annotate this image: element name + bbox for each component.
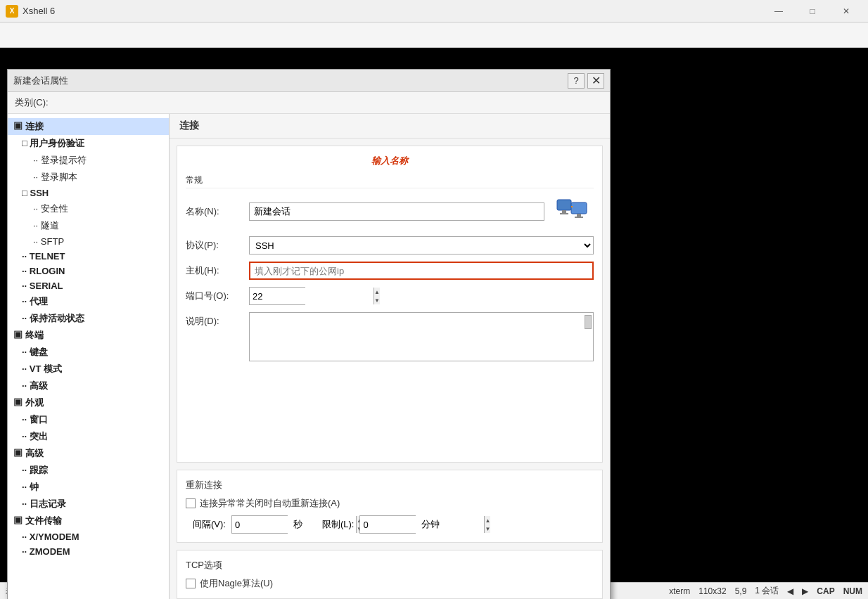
limit-label: 限制(L):	[322, 518, 355, 531]
tree-label-advanced2: ▣ 高级	[13, 447, 44, 460]
port-decrement-button[interactable]: ▼	[374, 296, 380, 304]
name-input[interactable]	[249, 202, 544, 221]
port-label: 端口号(O):	[186, 290, 249, 302]
tree-item-security[interactable]: ·· 安全性	[8, 200, 169, 217]
tree-label-vt-mode: ·· VT 模式	[22, 363, 62, 375]
tree-item-advanced[interactable]: ·· 高级	[8, 378, 169, 394]
tree-item-keepalive[interactable]: ·· 保持活动状态	[8, 310, 169, 327]
nagle-label: 使用Nagle算法(U)	[200, 577, 273, 590]
tree-label-zmodem: ·· ZMODEM	[22, 546, 70, 557]
desc-textarea[interactable]	[249, 312, 594, 361]
limit-unit: 分钟	[421, 518, 440, 531]
tree-label-tunnel: ·· 隧道	[33, 219, 59, 232]
nav-left-icon[interactable]: ◀	[787, 586, 793, 596]
tree-item-login-script[interactable]: ·· 登录脚本	[8, 169, 169, 186]
nav-right-icon[interactable]: ▶	[802, 586, 808, 596]
tree-label-sftp: ·· SFTP	[33, 236, 64, 247]
tree-item-xymodem[interactable]: ·· X/YMODEM	[8, 529, 169, 544]
tree-item-zmodem[interactable]: ·· ZMODEM	[8, 544, 169, 559]
tree-item-ssh[interactable]: □ SSH	[8, 186, 169, 200]
tree-item-login-prompt[interactable]: ·· 登录提示符	[8, 152, 169, 169]
tree-label-serial: ·· SERIAL	[22, 281, 63, 291]
tree-label-trace: ·· 跟踪	[22, 464, 48, 477]
app-close-button[interactable]: ✕	[830, 0, 862, 22]
tree-item-file-transfer[interactable]: ▣ 文件传输	[8, 513, 169, 529]
desc-row: 说明(D):	[186, 312, 594, 363]
tree-label-login-script: ·· 登录脚本	[33, 171, 77, 183]
protocol-select[interactable]: SSH TELNET RLOGIN SERIAL SFTP	[249, 236, 594, 255]
name-label: 名称(N):	[186, 205, 249, 218]
tree-item-telnet[interactable]: ·· TELNET	[8, 249, 169, 264]
reconnect-checkbox[interactable]	[186, 498, 196, 508]
tree-item-advanced2[interactable]: ▣ 高级	[8, 445, 169, 462]
tree-item-vt-mode[interactable]: ·· VT 模式	[8, 361, 169, 378]
cap-indicator: CAP	[817, 586, 834, 596]
tree-item-proxy[interactable]: ·· 代理	[8, 293, 169, 310]
svg-rect-2	[560, 213, 568, 214]
tree-item-trace[interactable]: ·· 跟踪	[8, 462, 169, 479]
tree-item-connection[interactable]: ▣ 连接	[8, 118, 169, 135]
name-row: 名称(N):	[186, 194, 594, 229]
tree-item-window[interactable]: ·· 窗口	[8, 411, 169, 428]
app-title: Xshell 6	[23, 6, 762, 16]
nagle-checkbox-item: 使用Nagle算法(U)	[186, 577, 594, 590]
maximize-button[interactable]: □	[796, 0, 829, 22]
main-form-area: 输入名称 常规 名称(N):	[177, 146, 603, 463]
port-increment-button[interactable]: ▲	[374, 288, 380, 296]
tree-item-user-auth[interactable]: □ 用户身份验证	[8, 135, 169, 152]
reconnect-checkbox-row: 连接异常常关闭时自动重新连接(A)	[186, 497, 594, 510]
tree-item-appearance[interactable]: ▣ 外观	[8, 394, 169, 411]
window-controls: — □ ✕	[762, 0, 862, 22]
svg-rect-1	[562, 210, 566, 213]
category-bar: 类别(C):	[8, 92, 610, 114]
general-subsection: 常规	[186, 174, 594, 188]
tree-label-telnet: ·· TELNET	[22, 251, 65, 262]
tree-item-keyboard[interactable]: ·· 键盘	[8, 344, 169, 361]
host-input[interactable]	[249, 262, 594, 280]
tree-label-keyboard: ·· 键盘	[22, 346, 48, 359]
tree-item-highlight[interactable]: ·· 突出	[8, 428, 169, 445]
limit-decrement-button[interactable]: ▼	[485, 524, 490, 533]
tree-item-sftp[interactable]: ·· SFTP	[8, 234, 169, 249]
content-panel: 连接 输入名称 常规 名称(N):	[170, 114, 610, 599]
desc-label: 说明(D):	[186, 312, 249, 328]
tree-label-user-auth: □ 用户身份验证	[22, 137, 84, 150]
dialog-body: ▣ 连接□ 用户身份验证·· 登录提示符·· 登录脚本□ SSH·· 安全性··…	[8, 114, 610, 599]
app-icon: X	[6, 5, 18, 18]
tcp-section: TCP选项 使用Nagle算法(U)	[177, 550, 603, 599]
nagle-checkbox[interactable]	[186, 579, 196, 588]
tree-item-rlogin[interactable]: ·· RLOGIN	[8, 264, 169, 278]
minimize-button[interactable]: —	[762, 0, 795, 22]
tree-item-terminal[interactable]: ▣ 终端	[8, 327, 169, 344]
category-label: 类别(C):	[15, 97, 49, 108]
tree-label-terminal: ▣ 终端	[13, 329, 44, 342]
tree-label-security: ·· 安全性	[33, 202, 68, 215]
app-window: X Xshell 6 — □ ✕ 新建会话属性 ? ✕	[0, 0, 868, 599]
tree-item-clock[interactable]: ·· 钟	[8, 479, 169, 496]
form-section-title: 输入名称	[186, 155, 594, 167]
help-button[interactable]: ?	[568, 73, 585, 89]
port-input[interactable]	[250, 288, 374, 304]
sessions: 1 会话	[755, 585, 779, 597]
tree-panel: ▣ 连接□ 用户身份验证·· 登录提示符·· 登录脚本□ SSH·· 安全性··…	[8, 114, 170, 599]
title-bar: X Xshell 6 — □ ✕	[0, 0, 868, 22]
tree-label-connection: ▣ 连接	[13, 120, 44, 133]
limit-increment-button[interactable]: ▲	[485, 516, 490, 524]
num-indicator: NUM	[843, 586, 862, 596]
tree-item-log[interactable]: ·· 日志记录	[8, 496, 169, 513]
position: 5,9	[735, 586, 747, 596]
tree-item-tunnel[interactable]: ·· 隧道	[8, 217, 169, 234]
tree-item-serial[interactable]: ·· SERIAL	[8, 278, 169, 293]
svg-rect-5	[575, 217, 583, 218]
interval-unit: 秒	[293, 518, 302, 531]
host-row: 主机(H):	[186, 262, 594, 280]
port-spinbox-buttons: ▲ ▼	[374, 288, 380, 304]
session-properties-dialog: 新建会话属性 ? ✕ 类别(C): ▣ 连接□ 用户身份验证·· 登录提示符··…	[7, 69, 611, 599]
tree-label-ssh: □ SSH	[22, 188, 49, 198]
tree-label-log: ·· 日志记录	[22, 498, 66, 510]
reconnect-detail-row: 间隔(V): ▲ ▼ 秒 限制(L):	[186, 515, 594, 534]
tree-label-highlight: ·· 突出	[22, 430, 48, 443]
dialog-close-button[interactable]: ✕	[587, 73, 604, 89]
host-label: 主机(H):	[186, 264, 249, 277]
reconnect-checkbox-item: 连接异常常关闭时自动重新连接(A)	[186, 497, 340, 510]
